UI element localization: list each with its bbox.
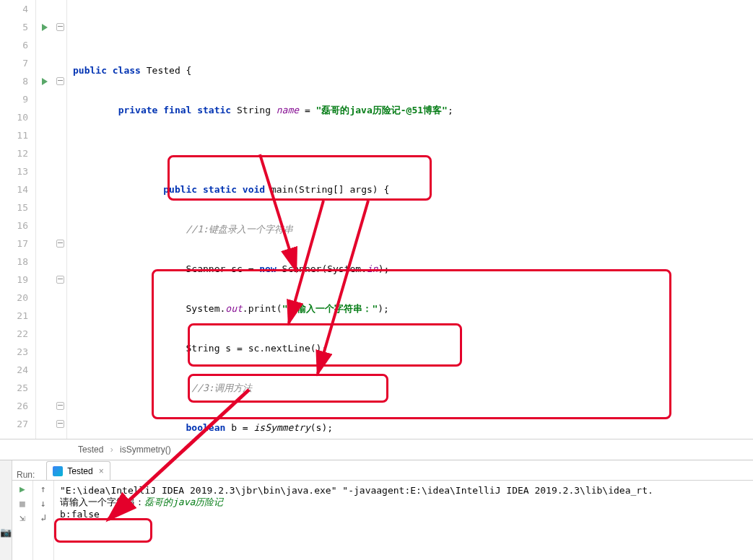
stop-icon[interactable]: ■ xyxy=(16,496,29,509)
soft-wrap-icon[interactable]: ↲ xyxy=(37,511,50,524)
fold-toggle[interactable] xyxy=(53,18,66,36)
editor-area: 4567 891011 12131415 16171819 20212223 2… xyxy=(0,0,753,439)
console-result: b:false xyxy=(60,509,100,520)
breadcrumb-method[interactable]: isSymmetry() xyxy=(120,445,171,455)
code-editor[interactable]: public class Tested { private final stat… xyxy=(67,0,753,439)
run-marker-column xyxy=(36,0,53,439)
run-toolbar-2: ↑ ↓ ↲ xyxy=(33,481,54,560)
console-cmd: "E:\idea\IntelliJ IDEA 2019.2.3\jbr\bin\… xyxy=(60,485,653,496)
line-number-gutter[interactable]: 4567 891011 12131415 16171819 20212223 2… xyxy=(0,0,36,439)
run-tab-tested[interactable]: Tested × xyxy=(46,461,110,480)
wrap-icon[interactable]: ⇲ xyxy=(16,511,29,524)
play-icon xyxy=(42,78,48,85)
breadcrumb[interactable]: Tested › isSymmetry() xyxy=(0,439,753,460)
fold-end[interactable] xyxy=(53,235,66,253)
fold-end[interactable] xyxy=(53,397,66,415)
console-user-input: 磊哥的java历险记 xyxy=(144,496,223,507)
side-tool-strip: 📷 xyxy=(0,460,12,560)
down-icon[interactable]: ↓ xyxy=(37,496,50,509)
chevron-right-icon: › xyxy=(110,445,113,455)
fold-toggle[interactable] xyxy=(53,271,66,289)
camera-icon[interactable]: 📷 xyxy=(0,525,12,538)
run-line-8[interactable] xyxy=(36,72,53,90)
console-prompt: 请输入一个字符串： xyxy=(60,496,144,507)
close-icon[interactable]: × xyxy=(99,466,104,476)
play-icon xyxy=(42,24,48,31)
run-line-5[interactable] xyxy=(36,18,53,36)
fold-column xyxy=(53,0,67,439)
run-tab-bar: Run: Tested × xyxy=(12,460,753,481)
fold-end[interactable] xyxy=(53,415,66,433)
up-icon[interactable]: ↑ xyxy=(37,482,50,495)
breadcrumb-class[interactable]: Tested xyxy=(78,445,103,455)
application-icon xyxy=(53,466,63,476)
fold-toggle[interactable] xyxy=(53,72,66,90)
console-output[interactable]: "E:\idea\IntelliJ IDEA 2019.2.3\jbr\bin\… xyxy=(54,481,753,560)
run-toolbar-1: ▶ ■ ⇲ xyxy=(12,481,33,560)
play-icon[interactable]: ▶ xyxy=(16,482,29,495)
run-tool-window: 📷 Run: Tested × ▶ ■ ⇲ ↑ ↓ ↲ "E:\idea\Int… xyxy=(0,460,753,560)
run-title: Run: xyxy=(14,470,43,480)
